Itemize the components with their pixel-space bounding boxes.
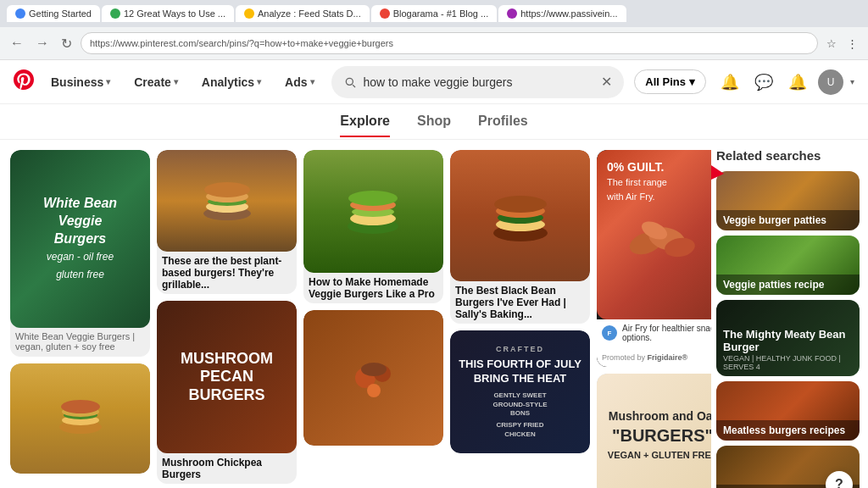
right-sidebar: Related searches Veggie burger patties V… [711, 140, 868, 488]
pin-mushroom-oat[interactable]: Mushroom and Oat"BURGERS"VEGAN + GLUTEN … [597, 374, 711, 488]
advertiser-name: Frigidaire® [648, 353, 688, 362]
top-nav: Business ▾ Create ▾ Analytics ▾ Ads ▾ ✕ … [0, 60, 868, 104]
ads-chevron: ▾ [310, 77, 314, 86]
search-clear-button[interactable]: ✕ [601, 74, 612, 90]
browser-tab-4[interactable]: Blogarama - #1 Blog ... [371, 5, 498, 22]
july-text: CRAFTED THIS FOURTH OF JULYBRING THE HEA… [459, 345, 581, 439]
pin-july-fourth[interactable]: CRAFTED THIS FOURTH OF JULYBRING THE HEA… [450, 330, 590, 453]
veggie-burger-illustration [342, 180, 405, 243]
ad-guilt-text: 0% GUILT.The first rangewith Air Fry. [607, 160, 667, 202]
pins-area[interactable]: White BeanVeggieBurgersvegan - oil freeg… [0, 140, 711, 488]
business-chevron: ▾ [106, 77, 110, 86]
tab-label: Analyze : Feed Stats D... [258, 8, 361, 19]
pinterest-logo[interactable] [14, 69, 34, 95]
plant-burger-illustration [198, 171, 257, 230]
browser-toolbar: ← → ↻ https://www.pinterest.com/search/p… [0, 27, 868, 59]
related-item-label-2: Veggie patties recipe [716, 274, 860, 295]
related-patties-recipe[interactable]: Veggie patties recipe [716, 236, 860, 295]
mighty-meaty-title: The Mighty Meaty Bean Burger [723, 328, 853, 354]
create-chevron: ▾ [174, 77, 178, 86]
analytics-label: Analytics [202, 75, 254, 89]
tab-profiles[interactable]: Profiles [478, 107, 528, 137]
pin-white-bean[interactable]: White BeanVeggieBurgersvegan - oil freeg… [10, 150, 150, 357]
extension-button[interactable]: ⋮ [843, 36, 861, 52]
browser-action-buttons: ☆ ⋮ [823, 36, 861, 52]
mighty-meaty-sub: VEGAN | HEALTHY JUNK FOOD | SERVES 4 [723, 354, 853, 371]
svg-point-4 [61, 400, 100, 413]
frigidaire-icon: F [602, 325, 617, 341]
forward-button[interactable]: → [32, 34, 53, 53]
burger-illustration [55, 393, 106, 444]
search-input[interactable] [364, 75, 595, 89]
user-avatar[interactable]: U [818, 69, 843, 95]
alert-button[interactable]: 🔔 [784, 69, 811, 96]
address-bar[interactable]: https://www.pinterest.com/search/pins/?q… [81, 32, 818, 54]
message-button[interactable]: 💬 [750, 69, 777, 96]
plant-based-title: These are the best plant-based burgers! … [157, 252, 297, 294]
air-fry-title: Air Fry for healthier snack options. [622, 324, 711, 342]
pinterest-app: Business ▾ Create ▾ Analytics ▾ Ads ▾ ✕ … [0, 60, 868, 488]
tab-shop[interactable]: Shop [417, 107, 451, 137]
related-searches-title: Related searches [716, 148, 860, 163]
create-label: Create [134, 75, 171, 89]
svg-point-23 [494, 196, 547, 213]
analytics-menu[interactable]: Analytics ▾ [195, 72, 268, 92]
black-bean-illustration [487, 182, 554, 250]
related-best-veggie[interactable]: Best veggie burger recipe ? [716, 446, 860, 488]
mushroom-pecan-text: MUSHROOMPECAN BURGERS [165, 350, 288, 405]
browser-tabs: Getting Started 12 Great Ways to Use ...… [0, 0, 868, 27]
business-label: Business [51, 75, 103, 89]
back-button[interactable]: ← [7, 34, 27, 53]
pin-black-bean[interactable]: The Best Black Bean Burgers I've Ever Ha… [450, 150, 590, 324]
promoted-bar: F Air Fry for healthier snack options. [597, 319, 711, 347]
browser-tab-5[interactable]: https://www.passivein... [498, 5, 626, 22]
browser-tab-3[interactable]: Analyze : Feed Stats D... [236, 5, 370, 22]
main-content: White BeanVeggieBurgersvegan - oil freeg… [0, 140, 868, 488]
reload-button[interactable]: ↻ [58, 34, 75, 53]
analytics-chevron: ▾ [257, 77, 261, 86]
notification-button[interactable]: 🔔 [716, 69, 743, 96]
pin-roasted-veggie[interactable] [303, 310, 443, 446]
browser-chrome: Getting Started 12 Great Ways to Use ...… [0, 0, 868, 60]
pin-mushroom-pecan[interactable]: MUSHROOMPECAN BURGERS Mushroom Chickpea … [157, 301, 297, 484]
svg-point-9 [204, 182, 250, 197]
related-veggie-patties[interactable]: Veggie burger patties [716, 171, 860, 230]
tab-explore[interactable]: Explore [340, 107, 390, 137]
black-bean-title: The Best Black Bean Burgers I've Ever Ha… [450, 281, 590, 324]
ads-label: Ads [285, 75, 307, 89]
svg-point-14 [348, 191, 398, 206]
white-bean-text: White BeanVeggieBurgersvegan - oil freeg… [43, 195, 117, 283]
mushroom-chickpea-title: Mushroom Chickpea Burgers [157, 453, 297, 484]
related-mighty-meaty[interactable]: The Mighty Meaty Bean Burger VEGAN | HEA… [716, 300, 860, 376]
browser-tab-2[interactable]: 12 Great Ways to Use ... [102, 5, 234, 22]
tab-label: https://www.passivein... [520, 8, 617, 19]
homemade-veggie-title: How to Make Homemade Veggie Burgers Like… [303, 273, 443, 303]
pins-column-1: White BeanVeggieBurgersvegan - oil freeg… [10, 150, 150, 488]
avatar-chevron: ▾ [850, 77, 854, 86]
related-item-label-1: Veggie burger patties [716, 210, 860, 230]
pins-column-2: These are the best plant-based burgers! … [157, 150, 297, 488]
nav-icons: 🔔 💬 🔔 U ▾ [716, 69, 854, 96]
chicken-wings-illustration [620, 192, 705, 277]
pins-column-5: 0% GUILT.The first rangewith Air Fry. F … [597, 150, 711, 488]
ads-menu[interactable]: Ads ▾ [278, 72, 320, 92]
create-menu[interactable]: Create ▾ [127, 72, 185, 92]
search-icon [343, 75, 357, 89]
business-menu[interactable]: Business ▾ [44, 72, 117, 92]
mushroom-oat-text: Mushroom and Oat"BURGERS"VEGAN + GLUTEN … [608, 408, 711, 461]
bookmark-button[interactable]: ☆ [823, 36, 840, 52]
all-pins-label: All Pins [645, 75, 686, 88]
pin-air-fry-ad[interactable]: 0% GUILT.The first rangewith Air Fry. F … [597, 150, 711, 367]
question-bubble: ? [826, 471, 853, 488]
related-meatless[interactable]: Meatless burgers recipes [716, 381, 860, 441]
tab-label: Blogarama - #1 Blog ... [393, 8, 489, 19]
browser-tab-1[interactable]: Getting Started [7, 5, 100, 22]
address-text: https://www.pinterest.com/search/pins/?q… [90, 38, 393, 48]
pin-homemade-veggie[interactable]: How to Make Homemade Veggie Burgers Like… [303, 150, 443, 303]
related-item-label-4: Meatless burgers recipes [716, 420, 860, 441]
all-pins-button[interactable]: All Pins ▾ [634, 69, 706, 94]
mighty-meaty-overlay: The Mighty Meaty Bean Burger VEGAN | HEA… [716, 300, 860, 376]
pin-hand-burger[interactable] [10, 363, 150, 474]
tab-label: Getting Started [29, 8, 92, 19]
pin-plant-based[interactable]: These are the best plant-based burgers! … [157, 150, 297, 294]
